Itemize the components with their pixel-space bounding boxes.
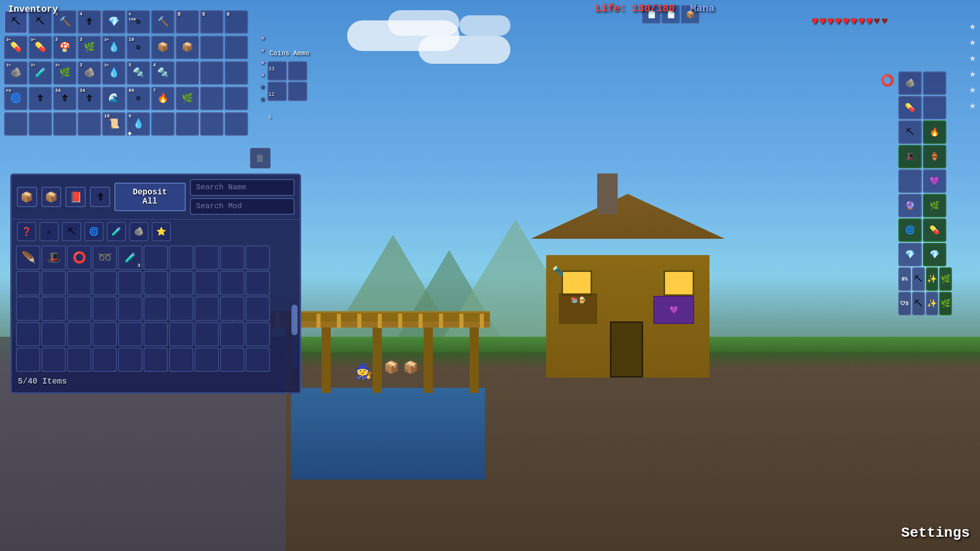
search-mod-input[interactable] [190,198,295,215]
inv-slot-5-4[interactable] [78,112,101,136]
chest-slot-item-4[interactable]: ➿ [92,245,117,270]
settings-button[interactable]: Settings [901,525,970,541]
inv-slot-4-6[interactable]: 89 ⚙ [127,87,150,110]
inv-slot-5-9[interactable] [200,112,224,136]
inv-slot-3-5[interactable]: 3+ 💧 [102,61,126,85]
inv-slot-4-1[interactable]: F9 🌀 [4,87,28,110]
chest-slot-r5-7[interactable] [169,347,193,372]
acc-slot-2-2[interactable] [923,96,946,119]
acc-slot-5-2[interactable]: 💜 [923,169,946,193]
chest-slot-r4-4[interactable] [92,322,117,346]
chest-slot-r5-6[interactable] [143,347,168,372]
chest-scrollbar-thumb[interactable] [291,305,298,335]
acc-slot-8-1[interactable]: 💎 [898,243,922,266]
inv-slot-2-8[interactable]: 📦 [176,36,199,59]
chest-slot-r3-6[interactable] [143,296,168,321]
chest-scrollbar[interactable] [291,305,298,369]
inv-slot-4-10[interactable] [225,87,248,110]
inv-slot-2-1[interactable]: 3+ 💊 [4,36,28,59]
search-name-input[interactable] [190,179,295,196]
right-star-4[interactable]: ★ [969,67,976,81]
right-star-2[interactable]: ★ [969,35,976,49]
inv-slot-5-7[interactable] [151,112,175,136]
chest-slot-item-3[interactable]: ⭕ [67,245,91,270]
filter-potions[interactable]: 🧪 [107,222,126,241]
inv-slot-2-6[interactable]: 10 ⚙ [127,36,150,59]
chest-slot-r2-1[interactable] [16,271,40,295]
chest-slot-r2-3[interactable] [67,271,91,295]
chest-slot-r3-7[interactable] [169,296,193,321]
filter-favorites[interactable]: ⭐ [152,222,171,241]
chest-slot-6[interactable] [143,245,168,270]
acc-slot-6-2[interactable]: 🌿 [923,194,946,217]
chest-slot-r2-5[interactable] [118,271,142,295]
chest-slot-8[interactable] [194,245,219,270]
acc-slot-4-2[interactable]: 🏺 [923,145,946,168]
acc-slot-1-1[interactable]: 🪨 [898,71,922,95]
chest-slot-item-2[interactable]: 🎩 [41,245,66,270]
inv-slot-2-5[interactable]: 3+ 💧 [102,36,126,59]
inv-slot-5-1[interactable] [4,112,28,136]
chest-slot-r5-1[interactable] [16,347,40,372]
chest-icon-1[interactable]: 📦 [17,187,37,207]
chest-slot-r3-1[interactable] [16,296,40,321]
chest-slot-item-1[interactable]: 🪶 [16,245,40,270]
acc-slot-8-2[interactable]: 💎 [923,243,946,266]
chest-slot-r2-7[interactable] [169,271,193,295]
acc-slot-3-2[interactable]: 🔥 [923,120,946,144]
chest-slot-r5-4[interactable] [92,347,117,372]
chest-slot-r5-8[interactable] [194,347,219,372]
inv-slot-2-3[interactable]: 3 🍄 [53,36,77,59]
filter-tools[interactable]: ⛏ [62,222,81,241]
inv-slot-4-7[interactable]: 7 🔥 [151,87,175,110]
chest-slot-r5-9[interactable] [220,347,244,372]
chest-slot-r2-8[interactable] [194,271,219,295]
acc-slot-9-3[interactable]: ✨ [926,267,939,291]
ammo-slot-1[interactable] [267,82,287,101]
filter-materials[interactable]: 🪨 [129,222,149,241]
hotbar-slot-0[interactable]: 0 [225,10,248,34]
hotbar-slot-6[interactable]: 6146 ⚙ [127,10,150,34]
acc-slot-9-2[interactable]: ⛏ [912,267,925,291]
chest-slot-r2-2[interactable] [41,271,66,295]
acc-slot-10-2[interactable]: ⛏ [912,292,925,315]
hotbar-slot-5[interactable]: 💎 [102,10,126,34]
chest-icon-2[interactable]: 📦 [41,187,62,207]
inv-slot-3-10[interactable] [225,61,248,85]
acc-slot-1-2[interactable] [923,71,946,95]
inv-slot-5-3[interactable] [53,112,77,136]
chest-slot-r2-4[interactable] [92,271,117,295]
right-star-3[interactable]: ★ [969,51,976,65]
ammo-slot-2[interactable] [288,82,307,101]
filter-magic[interactable]: 🌀 [84,222,104,241]
chest-slot-r4-7[interactable] [169,322,193,346]
inv-slot-5-6[interactable]: 6 💧 [127,112,150,136]
chest-slot-r3-4[interactable] [92,296,117,321]
inv-slot-4-5[interactable]: 🌊 [102,87,126,110]
chest-slot-r3-3[interactable] [67,296,91,321]
inv-slot-5-8[interactable] [176,112,199,136]
chest-icon-4[interactable]: 🗡 [90,187,110,207]
acc-slot-2-1[interactable]: 💊 [898,96,922,119]
inv-slot-3-6[interactable]: 5 🔩 [127,61,150,85]
inv-slot-2-4[interactable]: 3 🌿 [78,36,101,59]
chest-slot-9[interactable] [220,245,244,270]
inv-slot-3-8[interactable] [176,61,199,85]
chest-slot-r4-10[interactable] [246,322,270,346]
coin-slot-2[interactable] [288,61,307,81]
inv-slot-3-4[interactable]: 3 🪨 [78,61,101,85]
chest-slot-r4-5[interactable] [118,322,142,346]
inv-slot-4-9[interactable] [200,87,224,110]
inv-slot-4-2[interactable]: 🗡 [29,87,52,110]
inv-slot-3-2[interactable]: 3+ 🧪 [29,61,52,85]
acc-slot-7-1[interactable]: 🌀 [898,218,922,242]
hotbar-slot-8[interactable]: 8 [176,10,199,34]
inv-slot-3-9[interactable] [200,61,224,85]
acc-slot-10-3[interactable]: ✨ [926,292,939,315]
chest-slot-r2-9[interactable] [220,271,244,295]
right-star-1[interactable]: ★ [969,19,976,33]
inv-slot-2-7[interactable]: 📦 [151,36,175,59]
filter-all[interactable]: ❓ [17,222,36,241]
inv-slot-3-3[interactable]: 3+ 🌿 [53,61,77,85]
inv-slot-2-10[interactable] [225,36,248,59]
